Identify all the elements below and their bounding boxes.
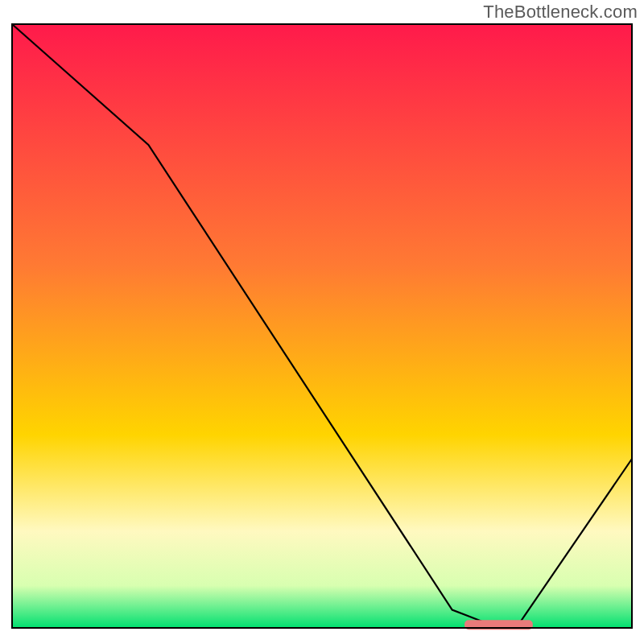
watermark-text: TheBottleneck.com: [483, 2, 638, 23]
chart-container: { "watermark": "TheBottleneck.com", "col…: [0, 0, 644, 644]
bottleneck-chart: [0, 0, 644, 644]
plot-background: [12, 24, 632, 628]
